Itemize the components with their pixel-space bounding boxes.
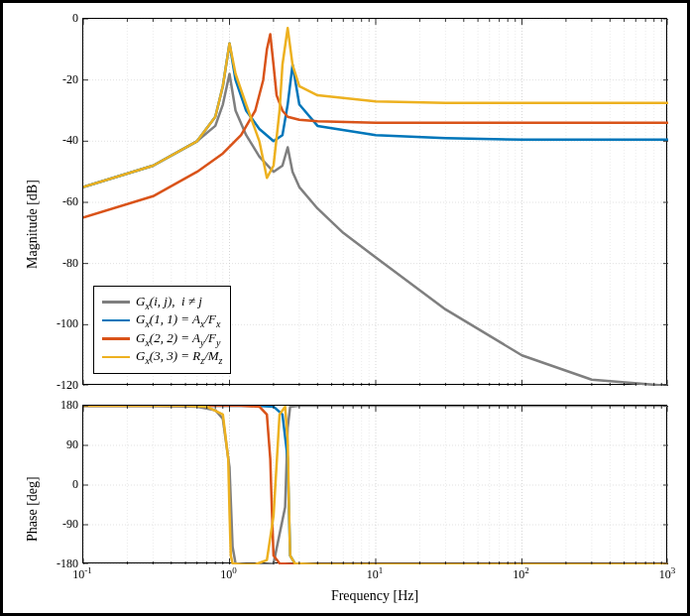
legend-entry: Gx(i, j), i ≠ j [102,294,222,311]
xtick-label: 101 [367,565,384,582]
legend-swatch [102,337,130,340]
legend-swatch [102,301,130,304]
magnitude-ytick-container: -120-100-80-60-40-200 [53,18,80,385]
ytick-label: 180 [51,398,78,413]
ytick-label: -20 [51,71,78,86]
phase-ylabel: Phase [deg] [25,442,41,542]
legend-label: Gx(3, 3) = Rz/Mz [136,348,222,366]
ytick-label: -40 [51,133,78,148]
legend-box: Gx(i, j), i ≠ jGx(1, 1) = Ax/FxGx(2, 2) … [93,286,231,374]
series-line [83,34,668,217]
legend-swatch [102,356,130,359]
ytick-label: 90 [51,437,78,452]
phase-ytick-container: -180-90090180 [53,405,80,563]
ytick-label: 0 [51,477,78,492]
xtick-label: 100 [220,565,237,582]
phase-svg [83,406,668,564]
ytick-label: 0 [51,11,78,26]
phase-plot [82,405,667,563]
xtick-label: 103 [659,565,676,582]
xlabel: Frequency [Hz] [82,588,667,604]
figure-container: Gx(i, j), i ≠ jGx(1, 1) = Ax/FxGx(2, 2) … [3,3,687,613]
legend-label: Gx(i, j), i ≠ j [136,294,202,311]
ytick-label: -80 [51,255,78,270]
ytick-label: -90 [51,517,78,532]
legend-entry: Gx(2, 2) = Ay/Fy [102,330,222,348]
xtick-label: 10-1 [72,565,92,582]
legend-label: Gx(2, 2) = Ay/Fy [136,330,220,348]
legend-label: Gx(1, 1) = Ax/Fx [136,311,220,329]
legend-entry: Gx(3, 3) = Rz/Mz [102,348,222,366]
ytick-label: -120 [51,378,78,393]
xtick-label: 102 [513,565,529,582]
magnitude-plot: Gx(i, j), i ≠ jGx(1, 1) = Ax/FxGx(2, 2) … [82,18,667,385]
xticks-container: 10-1100101102103 [82,565,667,583]
ytick-label: -100 [51,316,78,331]
magnitude-ylabel: Magnitude [dB] [25,150,41,269]
legend-swatch [102,319,130,322]
ytick-label: -60 [51,194,78,209]
legend-entry: Gx(1, 1) = Ax/Fx [102,311,222,329]
